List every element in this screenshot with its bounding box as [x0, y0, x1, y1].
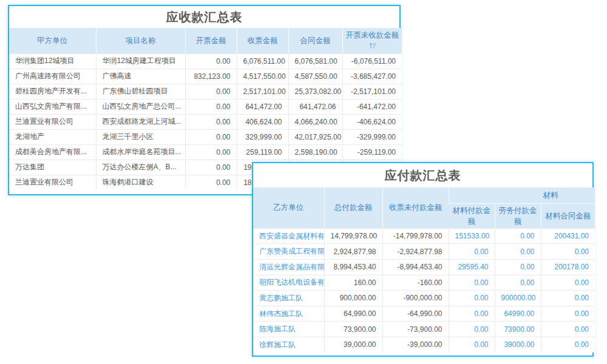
- labor-payment-cell[interactable]: 64990.00: [495, 306, 541, 322]
- party-a-cell: 龙湖地产: [9, 129, 96, 144]
- column-header-uncollected-amount[interactable]: 开票未收款金额: [342, 28, 402, 53]
- column-header-invoice-amount[interactable]: 开票金额: [185, 28, 237, 53]
- total-payment-cell: 73,900.00: [324, 322, 382, 337]
- table-row: 龙湖地产龙湖三千里小区0.00329,999.0042,017,925.00-3…: [9, 129, 402, 144]
- party-a-cell: 兰迪置业有限公司: [9, 114, 96, 129]
- material-contract-cell[interactable]: 0.00: [541, 275, 595, 291]
- column-header-party-b[interactable]: 乙方单位: [253, 187, 324, 228]
- material-payment-cell[interactable]: 0.00: [449, 291, 495, 306]
- total-payment-cell: 39,000.00: [324, 337, 382, 352]
- sort-icon[interactable]: [369, 42, 377, 49]
- invoice-amount-cell: 0.00: [185, 175, 237, 190]
- material-contract-cell[interactable]: 0.00: [541, 306, 595, 322]
- payable-table: 乙方单位 总付款金额 收票未付款金额 材料 材料付款金额 劳务付款金额 材料合同…: [253, 187, 595, 352]
- material-contract-cell[interactable]: 200178.00: [541, 259, 595, 275]
- uncollected-amount-cell: -6,076,511.00: [342, 53, 402, 69]
- table-row: 徐辉施工队39,000.00-39,000.000.0039000.000.00: [253, 337, 595, 352]
- column-header-contract-amount[interactable]: 合同金额: [288, 28, 342, 53]
- labor-payment-cell[interactable]: 39000.00: [495, 337, 541, 352]
- column-header-receipt-unpaid[interactable]: 收票未付款金额: [382, 187, 449, 228]
- labor-payment-cell[interactable]: 0.00: [495, 275, 541, 291]
- table-row: 林伟杰施工队64,990.00-64,990.000.0064990.000.0…: [253, 306, 595, 322]
- party-a-cell: 成都美合房地产有限...: [9, 144, 96, 160]
- labor-payment-cell[interactable]: 0.00: [495, 244, 541, 260]
- payable-table-body: 西安盛器金属材料有14,799,978.00-14,799,978.001515…: [253, 228, 595, 352]
- receipt-unpaid-cell: -73,900.00: [382, 322, 449, 337]
- labor-payment-cell[interactable]: 0.00: [495, 228, 541, 244]
- invoice-amount-cell: 0.00: [185, 144, 237, 160]
- payable-summary-panel: 应付款汇总表 乙方单位 总付款金额 收票未付款金额 材料 材料付款金额 劳务付款…: [252, 162, 594, 357]
- project-name-cell: 山西弘文房地产总公司...: [96, 99, 185, 114]
- receipt-unpaid-cell: -64,990.00: [382, 306, 449, 322]
- material-payment-cell[interactable]: 0.00: [449, 306, 495, 322]
- invoice-amount-cell: 0.00: [185, 84, 237, 99]
- receipt-unpaid-cell: -14,799,978.00: [382, 228, 449, 244]
- party-a-cell: 华润集团12城项目: [9, 53, 96, 69]
- payable-table-title: 应付款汇总表: [253, 163, 592, 187]
- column-header-project-name[interactable]: 项目名称: [96, 28, 185, 53]
- uncollected-amount-cell: -2,517,101.00: [342, 84, 402, 99]
- labor-payment-cell[interactable]: 73900.00: [495, 322, 541, 337]
- contract-amount-cell: 4,066,240.00: [288, 114, 342, 129]
- column-header-total-payment[interactable]: 总付款金额: [324, 187, 382, 228]
- column-header-material-contract[interactable]: 材料合同金额: [541, 203, 595, 228]
- receipt-unpaid-cell: -8,994,453.40: [382, 259, 449, 275]
- labor-payment-cell[interactable]: 900000.00: [495, 291, 541, 306]
- total-payment-cell: 900,000.00: [324, 291, 382, 306]
- receipt-unpaid-cell: -2,924,877.98: [382, 244, 449, 260]
- table-row: 广州高速路有限公司广佛高速832,123.004,517,550.004,587…: [9, 69, 402, 84]
- column-header-party-a[interactable]: 甲方单位: [9, 28, 96, 53]
- material-payment-cell[interactable]: 0.00: [449, 275, 495, 291]
- material-payment-cell[interactable]: 29595.40: [449, 259, 495, 275]
- party-b-cell[interactable]: 朝阳飞达机电设备有: [253, 275, 324, 291]
- material-payment-cell[interactable]: 0.00: [449, 337, 495, 352]
- material-payment-cell[interactable]: 0.00: [449, 244, 495, 260]
- table-row: 西安盛器金属材料有14,799,978.00-14,799,978.001515…: [253, 228, 595, 244]
- invoice-amount-cell: 0.00: [185, 99, 237, 114]
- party-b-cell[interactable]: 林伟杰施工队: [253, 306, 324, 322]
- party-a-cell: 山西弘文房地产有限...: [9, 99, 96, 114]
- material-contract-cell[interactable]: 0.00: [541, 291, 595, 306]
- party-b-cell[interactable]: 陈海施工队: [253, 322, 324, 337]
- receivable-table-header: 甲方单位 项目名称 开票金额 收票金额 合同金额 开票未收款金额: [9, 28, 402, 53]
- table-row: 朝阳飞达机电设备有160.00-160.000.000.000.00: [253, 275, 595, 291]
- uncollected-amount-cell: -641,472.00: [342, 99, 402, 114]
- party-b-cell[interactable]: 黄志鹏施工队: [253, 291, 324, 306]
- party-b-cell[interactable]: 徐辉施工队: [253, 337, 324, 352]
- project-name-cell: 广佛高速: [96, 69, 185, 84]
- receipt-amount-cell: 406,624.00: [237, 114, 288, 129]
- invoice-amount-cell: 0.00: [185, 53, 237, 69]
- table-row: 黄志鹏施工队900,000.00-900,000.000.00900000.00…: [253, 291, 595, 306]
- material-payment-cell[interactable]: 151533.00: [449, 228, 495, 244]
- invoice-amount-cell: 0.00: [185, 114, 237, 129]
- table-row: 广东赞美成工程有限2,924,877.98-2,924,877.980.000.…: [253, 244, 595, 260]
- uncollected-amount-cell: -3,685,427.00: [342, 69, 402, 84]
- invoice-amount-cell: 0.00: [185, 129, 237, 144]
- material-contract-cell[interactable]: 0.00: [541, 322, 595, 337]
- material-contract-cell[interactable]: 0.00: [541, 244, 595, 260]
- contract-amount-cell: 2,598,190.00: [288, 144, 342, 160]
- receipt-amount-cell: 329,999.00: [237, 129, 288, 144]
- project-name-cell: 广东佛山碧桂园项目: [96, 84, 185, 99]
- column-header-receipt-amount[interactable]: 收票金额: [237, 28, 288, 53]
- project-name-cell: 成都水岸华庭名苑项目...: [96, 144, 185, 160]
- contract-amount-cell: 25,373,082.00: [288, 84, 342, 99]
- material-contract-cell[interactable]: 200431.00: [541, 228, 595, 244]
- column-header-labor-payment[interactable]: 劳务付款金额: [495, 203, 541, 228]
- invoice-amount-cell: 0.00: [185, 160, 237, 175]
- table-row: 成都美合房地产有限...成都水岸华庭名苑项目...0.00259,119.002…: [9, 144, 402, 160]
- party-b-cell[interactable]: 广东赞美成工程有限: [253, 244, 324, 260]
- contract-amount-cell: 641,472.06: [288, 99, 342, 114]
- material-contract-cell[interactable]: 0.00: [541, 337, 595, 352]
- party-a-cell: 广州高速路有限公司: [9, 69, 96, 84]
- uncollected-amount-cell: -329,999.00: [342, 129, 402, 144]
- party-a-cell: 碧桂园房地产开发有...: [9, 84, 96, 99]
- labor-payment-cell[interactable]: 0.00: [495, 259, 541, 275]
- receipt-amount-cell: 4,517,550.00: [237, 69, 288, 84]
- party-b-cell[interactable]: 清远光辉金属品有限: [253, 259, 324, 275]
- material-payment-cell[interactable]: 0.00: [449, 322, 495, 337]
- receipt-unpaid-cell: -900,000.00: [382, 291, 449, 306]
- party-b-cell[interactable]: 西安盛器金属材料有: [253, 228, 324, 244]
- column-header-material-payment[interactable]: 材料付款金额: [449, 203, 495, 228]
- receipt-unpaid-cell: -160.00: [382, 275, 449, 291]
